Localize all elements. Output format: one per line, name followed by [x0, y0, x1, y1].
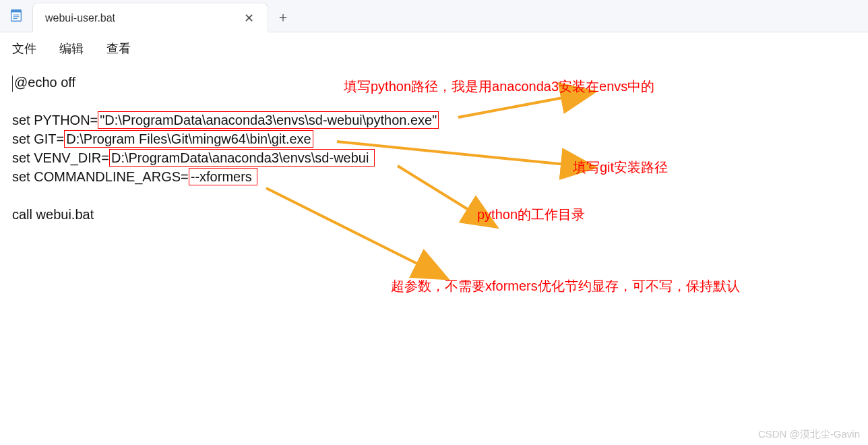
- menu-bar: 文件 编辑 查看: [0, 32, 868, 63]
- editor-area[interactable]: @echo off set PYTHON="D:\ProgramData\ana…: [0, 63, 868, 233]
- menu-edit[interactable]: 编辑: [59, 40, 84, 57]
- tab-bar: webui-user.bat ✕ ＋: [0, 0, 868, 32]
- code-l2-python-path: "D:\ProgramData\anaconda3\envs\sd-webui\…: [98, 111, 439, 129]
- tab-title: webui-user.bat: [45, 12, 115, 24]
- annotation-args: 超参数，不需要xformers优化节约显存，可不写，保持默认: [391, 276, 740, 295]
- menu-view[interactable]: 查看: [106, 40, 131, 57]
- annotation-workdir: python的工作目录: [477, 205, 585, 224]
- annotation-python-path: 填写python路径，我是用anaconda3安装在envs中的: [344, 77, 654, 96]
- code-l4-prefix: set VENV_DIR=: [12, 150, 109, 165]
- close-icon[interactable]: ✕: [240, 9, 258, 27]
- code-line-6: call webui.bat: [12, 207, 94, 222]
- code-l5-prefix: set COMMANDLINE_ARGS=: [12, 169, 189, 184]
- code-l2-prefix: set PYTHON=: [12, 113, 98, 127]
- annotation-git-path: 填写git安装路径: [573, 158, 668, 177]
- code-l4-venv-dir: D:\ProgramData\anaconda3\envs\sd-webui: [109, 149, 375, 167]
- menu-file[interactable]: 文件: [12, 40, 36, 57]
- notepad-icon: [0, 0, 32, 32]
- code-l5-args: --xformers: [189, 168, 258, 185]
- watermark: CSDN @漠北尘-Gavin: [758, 428, 860, 441]
- new-tab-button[interactable]: ＋: [268, 2, 298, 32]
- code-l3-git-path: D:\Program Files\Git\mingw64\bin\git.exe: [64, 130, 313, 148]
- code-line-1: @echo off: [14, 75, 75, 90]
- code-l3-prefix: set GIT=: [12, 131, 64, 146]
- svg-rect-1: [11, 10, 22, 13]
- tab-active[interactable]: webui-user.bat ✕: [32, 3, 268, 32]
